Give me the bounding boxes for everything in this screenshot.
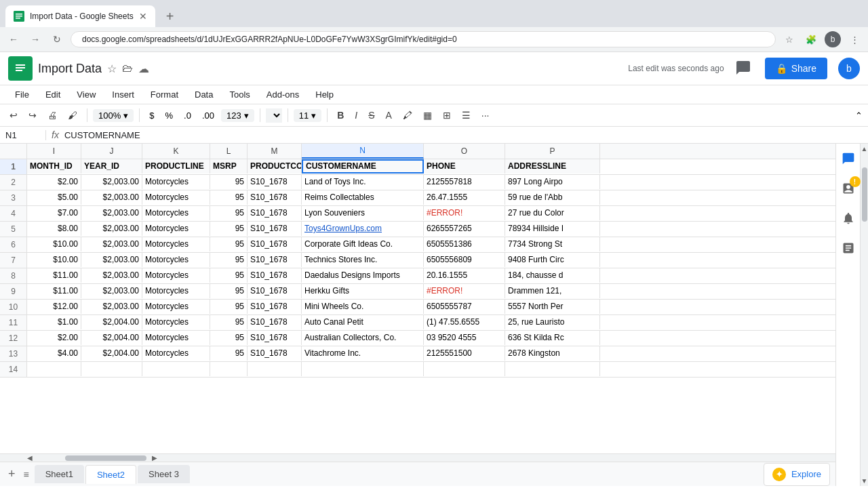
cell-reference[interactable]: N1 (5, 130, 46, 140)
cell-J7[interactable]: $2,003.00 (81, 253, 142, 267)
cell-P7[interactable]: 9408 Furth Circ (505, 253, 600, 267)
cell-P9[interactable]: Drammen 121, (505, 284, 600, 298)
undo-button[interactable]: ↩ (5, 107, 22, 123)
cell-J6[interactable]: $2,003.00 (81, 237, 142, 251)
cell-M12[interactable]: S10_1678 (248, 331, 302, 345)
cell-M2[interactable]: S10_1678 (248, 175, 302, 189)
cell-K12[interactable]: Motorcycles (142, 331, 210, 345)
address-bar[interactable]: docs.google.com/spreadsheets/d/1dUJrExGG… (71, 31, 776, 47)
menu-tools[interactable]: Tools (222, 87, 256, 102)
col-header-O[interactable]: O (424, 144, 505, 159)
col-header-L[interactable]: L (210, 144, 248, 159)
text-color-button[interactable]: A (382, 107, 396, 123)
cell-N1[interactable]: CUSTOMERNAME (302, 159, 424, 174)
cell-N4[interactable]: Lyon Souveniers (302, 206, 424, 220)
cell-J12[interactable]: $2,004.00 (81, 331, 142, 345)
row-number-14[interactable]: 14 (0, 362, 27, 377)
cell-K5[interactable]: Motorcycles (142, 222, 210, 236)
sheet-tab-sheet2[interactable]: Sheet2 (85, 465, 136, 484)
user-avatar[interactable]: b (838, 58, 860, 79)
cell-I11[interactable]: $1.00 (27, 315, 81, 329)
cell-N11[interactable]: Auto Canal Petit (302, 315, 424, 329)
cell-N10[interactable]: Mini Wheels Co. (302, 300, 424, 314)
cell-K10[interactable]: Motorcycles (142, 300, 210, 314)
currency-button[interactable]: $ (145, 108, 158, 123)
cell-P4[interactable]: 27 rue du Color (505, 206, 600, 220)
explore-button[interactable]: ✦ Explore (764, 463, 830, 486)
cell-O14[interactable] (424, 362, 505, 376)
cell-L12[interactable]: 95 (210, 331, 248, 345)
menu-view[interactable]: View (70, 87, 102, 102)
cell-N9[interactable]: Herkku Gifts (302, 284, 424, 298)
cell-K14[interactable] (142, 362, 210, 376)
cell-N13[interactable]: Vitachrome Inc. (302, 346, 424, 361)
menu-data[interactable]: Data (188, 87, 220, 102)
cell-N6[interactable]: Corporate Gift Ideas Co. (302, 237, 424, 251)
col-header-P[interactable]: P (505, 144, 600, 159)
menu-edit[interactable]: Edit (39, 87, 67, 102)
cell-O9[interactable]: #ERROR! (424, 284, 505, 298)
cell-M5[interactable]: S10_1678 (248, 222, 302, 236)
cell-M9[interactable]: S10_1678 (248, 284, 302, 298)
cell-K9[interactable]: Motorcycles (142, 284, 210, 298)
cell-I1[interactable]: MONTH_ID (27, 159, 81, 174)
extensions-icon[interactable]: 🧩 (803, 31, 819, 47)
add-sheet-button[interactable]: + (5, 464, 18, 484)
cell-O12[interactable]: 03 9520 4555 (424, 331, 505, 345)
menu-insert[interactable]: Insert (105, 87, 141, 102)
reload-button[interactable]: ↻ (49, 31, 65, 47)
cell-L2[interactable]: 95 (210, 175, 248, 189)
cell-J4[interactable]: $2,003.00 (81, 206, 142, 220)
cell-L10[interactable]: 95 (210, 300, 248, 314)
col-header-N[interactable]: N (302, 144, 424, 159)
row-number-6[interactable]: 6 (0, 237, 27, 252)
cell-I6[interactable]: $10.00 (27, 237, 81, 251)
zoom-control[interactable]: 100% ▾ (93, 109, 134, 122)
col-header-K[interactable]: K (142, 144, 210, 159)
cell-K8[interactable]: Motorcycles (142, 268, 210, 283)
cell-O5[interactable]: 6265557265 (424, 222, 505, 236)
cell-J13[interactable]: $2,004.00 (81, 346, 142, 361)
row-number-1[interactable]: 1 (0, 159, 27, 174)
col-header-J[interactable]: J (81, 144, 142, 159)
cell-L8[interactable]: 95 (210, 268, 248, 283)
row-number-9[interactable]: 9 (0, 284, 27, 299)
cell-N12[interactable]: Australian Collectors, Co. (302, 331, 424, 345)
sheet-tab-sheet1[interactable]: Sheet1 (35, 465, 84, 483)
menu-icon[interactable]: ⋮ (846, 31, 863, 47)
paint-format-button[interactable]: 🖌 (64, 107, 81, 123)
cell-M8[interactable]: S10_1678 (248, 268, 302, 283)
decimal0-button[interactable]: .0 (180, 108, 195, 123)
cell-O2[interactable]: 2125557818 (424, 175, 505, 189)
cell-I10[interactable]: $12.00 (27, 300, 81, 314)
cell-J3[interactable]: $2,003.00 (81, 190, 142, 205)
tab-close-button[interactable]: ✕ (139, 11, 147, 22)
cell-P5[interactable]: 78934 Hillside I (505, 222, 600, 236)
col-header-M[interactable]: M (248, 144, 302, 159)
cell-N2[interactable]: Land of Toys Inc. (302, 175, 424, 189)
scroll-right-btn[interactable]: ▶ (152, 454, 157, 462)
vertical-scrollbar-thumb[interactable] (862, 167, 867, 222)
redo-button[interactable]: ↪ (24, 107, 41, 123)
cell-I12[interactable]: $2.00 (27, 331, 81, 345)
share-button[interactable]: 🔒 Share (765, 58, 827, 79)
active-tab[interactable]: Import Data - Google Sheets ✕ (5, 5, 155, 27)
scroll-left-btn[interactable]: ◀ (27, 454, 33, 462)
cell-L13[interactable]: 95 (210, 346, 248, 361)
menu-help[interactable]: Help (309, 87, 340, 102)
cell-K1[interactable]: PRODUCTLINE (142, 159, 210, 174)
cell-M14[interactable] (248, 362, 302, 376)
cell-J9[interactable]: $2,003.00 (81, 284, 142, 298)
cell-N14[interactable] (302, 362, 424, 376)
forward-button[interactable]: → (27, 31, 43, 47)
cell-M3[interactable]: S10_1678 (248, 190, 302, 205)
cell-I3[interactable]: $5.00 (27, 190, 81, 205)
cell-O13[interactable]: 2125551500 (424, 346, 505, 361)
formula-content[interactable]: CUSTOMERNAME (64, 130, 140, 140)
cell-P12[interactable]: 636 St Kilda Rc (505, 331, 600, 345)
cell-M1[interactable]: PRODUCTCODE (248, 159, 302, 174)
sheet-list-button[interactable]: ≡ (24, 469, 29, 480)
menu-file[interactable]: File (8, 87, 36, 102)
cell-M7[interactable]: S10_1678 (248, 253, 302, 267)
cell-M4[interactable]: S10_1678 (248, 206, 302, 220)
